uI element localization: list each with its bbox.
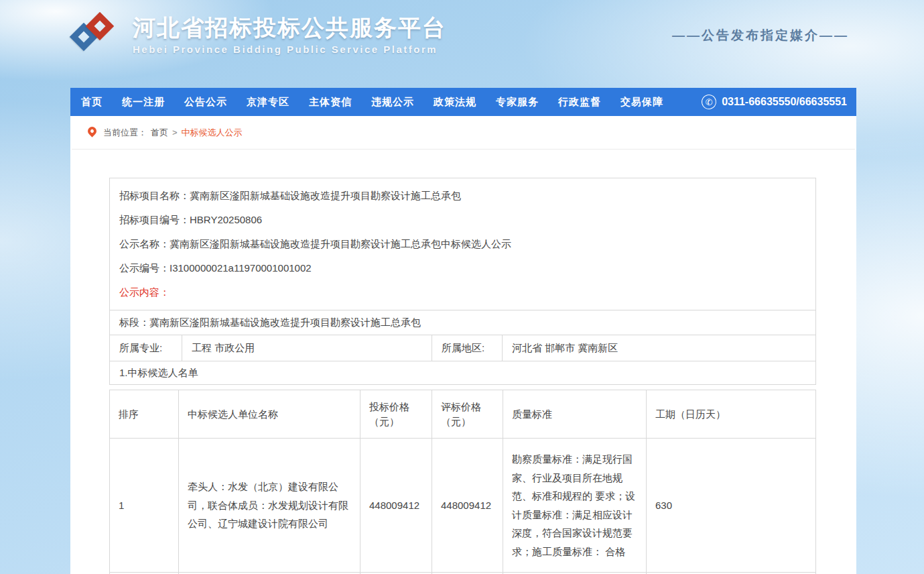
- hotline: ✆ 0311-66635550/66635551: [702, 95, 847, 109]
- project-name-value: 冀南新区滏阳新城基础设施改造提升项目勘察设计施工总承包: [190, 190, 461, 201]
- bid-section-value: 冀南新区滏阳新城基础设施改造提升项目勘察设计施工总承包: [149, 317, 421, 328]
- profession-region-row: 所属专业: 工程 市政公用 所属地区: 河北省 邯郸市 冀南新区: [110, 335, 815, 361]
- logo-diamond-icon: [72, 11, 123, 66]
- publicity-content-label: 公示内容：: [119, 286, 170, 298]
- nav-item-trade-guarantee[interactable]: 交易保障: [620, 96, 663, 109]
- site-subtitle: Hebei Province Bidding Public Service Pl…: [133, 44, 446, 55]
- col-bid-price-unit: （元）: [369, 414, 423, 429]
- nav-item-home[interactable]: 首页: [81, 96, 103, 109]
- nav-item-entity-credit[interactable]: 主体资信: [309, 96, 352, 109]
- project-number-label: 招标项目编号：: [119, 214, 190, 225]
- content-panel: 当前位置： 首页 > 中标候选人公示 招标项目名称：冀南新区滏阳新城基础设施改造…: [70, 116, 856, 574]
- project-number-value: HBRY20250806: [190, 214, 262, 225]
- nav-item-policies[interactable]: 政策法规: [434, 96, 476, 109]
- publicity-number-line: 公示编号：I3100000021a11970001001002: [110, 256, 815, 280]
- breadcrumb: 当前位置： 首页 > 中标候选人公示: [72, 116, 855, 150]
- project-name-line: 招标项目名称：冀南新区滏阳新城基础设施改造提升项目勘察设计施工总承包: [110, 184, 815, 208]
- col-duration: 工期（日历天）: [647, 390, 816, 439]
- col-eval-price-label: 评标价格: [441, 400, 494, 414]
- publicity-content-line: 公示内容：: [110, 280, 815, 304]
- region-label: 所属地区:: [432, 335, 502, 361]
- cell-eval-price: 448009412: [432, 439, 503, 573]
- bid-section-label: 标段：: [119, 317, 149, 328]
- nav-item-violation-publicity[interactable]: 违规公示: [371, 96, 414, 109]
- cell-company: 牵头人：水发（北京）建设有限公司，联合体成员：水发规划设计有限公司、辽宁城建设计…: [179, 439, 360, 573]
- publicity-name-value: 冀南新区滏阳新城基础设施改造提升项目勘察设计施工总承包中标候选人公示: [170, 238, 511, 249]
- nav-item-announcements[interactable]: 公告公示: [184, 96, 227, 109]
- col-bid-price-label: 投标价格: [369, 400, 423, 414]
- media-designation-note: ——公告发布指定媒介——: [672, 27, 849, 44]
- col-quality: 质量标准: [503, 390, 647, 439]
- cell-rank: 1: [110, 439, 179, 573]
- site-logo[interactable]: 河北省招标投标公共服务平台 Hebei Province Bidding Pub…: [72, 11, 446, 66]
- site-title: 河北省招标投标公共服务平台: [133, 15, 446, 41]
- table-row: 1 牵头人：水发（北京）建设有限公司，联合体成员：水发规划设计有限公司、辽宁城建…: [110, 439, 816, 573]
- publicity-name-label: 公示名称：: [119, 238, 170, 249]
- notice-header-lines: 招标项目名称：冀南新区滏阳新城基础设施改造提升项目勘察设计施工总承包 招标项目编…: [110, 178, 815, 310]
- project-number-line: 招标项目编号：HBRY20250806: [110, 208, 815, 232]
- hotline-number: 0311-66635550/66635551: [722, 96, 847, 108]
- top-banner: 河北省招标投标公共服务平台 Hebei Province Bidding Pub…: [0, 0, 924, 88]
- publicity-name-line: 公示名称：冀南新区滏阳新城基础设施改造提升项目勘察设计施工总承包中标候选人公示: [110, 232, 815, 256]
- col-eval-price-unit: （元）: [441, 414, 494, 429]
- phone-icon: ✆: [700, 93, 718, 111]
- col-rank: 排序: [110, 390, 179, 439]
- table-header-row: 排序 中标候选人单位名称 投标价格 （元） 评标价格 （元） 质量标准 工期（日…: [110, 390, 816, 439]
- cell-duration: 630: [647, 439, 816, 573]
- nav-item-unified-registration[interactable]: 统一注册: [122, 96, 165, 109]
- cell-quality: 勘察质量标准：满足现行国家、行业及项目所在地规范、标准和规程的 要求；设计质量标…: [503, 439, 647, 573]
- nav-item-expert-services[interactable]: 专家服务: [496, 96, 539, 109]
- publicity-number-label: 公示编号：: [119, 262, 170, 274]
- publicity-number-value: I3100000021a11970001001002: [170, 262, 312, 274]
- main-nav: 首页 统一注册 公告公示 京津专区 主体资信 违规公示 政策法规 专家服务 行政…: [70, 88, 856, 116]
- location-pin-icon: [86, 125, 98, 137]
- bid-section-row: 标段：冀南新区滏阳新城基础设施改造提升项目勘察设计施工总承包: [110, 310, 815, 335]
- profession-value: 工程 市政公用: [182, 335, 432, 361]
- profession-label: 所属专业:: [110, 335, 182, 361]
- col-company: 中标候选人单位名称: [179, 390, 360, 439]
- col-bid-price: 投标价格 （元）: [360, 390, 432, 439]
- project-name-label: 招标项目名称：: [119, 190, 190, 201]
- candidates-list-heading: 1.中标候选人名单: [110, 361, 815, 384]
- nav-item-admin-supervision[interactable]: 行政监督: [558, 96, 601, 109]
- notice-info-box: 招标项目名称：冀南新区滏阳新城基础设施改造提升项目勘察设计施工总承包 招标项目编…: [109, 178, 816, 385]
- breadcrumb-home-link[interactable]: 首页: [151, 127, 168, 139]
- cell-bid-price: 448009412: [360, 439, 432, 573]
- breadcrumb-current[interactable]: 中标候选人公示: [182, 127, 243, 139]
- candidates-table: 排序 中标候选人单位名称 投标价格 （元） 评标价格 （元） 质量标准 工期（日…: [109, 390, 816, 574]
- breadcrumb-prefix: 当前位置：: [103, 127, 147, 139]
- region-value: 河北省 邯郸市 冀南新区: [502, 335, 815, 361]
- nav-item-jingjin-zone[interactable]: 京津专区: [247, 96, 289, 109]
- col-eval-price: 评标价格 （元）: [432, 390, 503, 439]
- breadcrumb-separator: >: [172, 127, 178, 137]
